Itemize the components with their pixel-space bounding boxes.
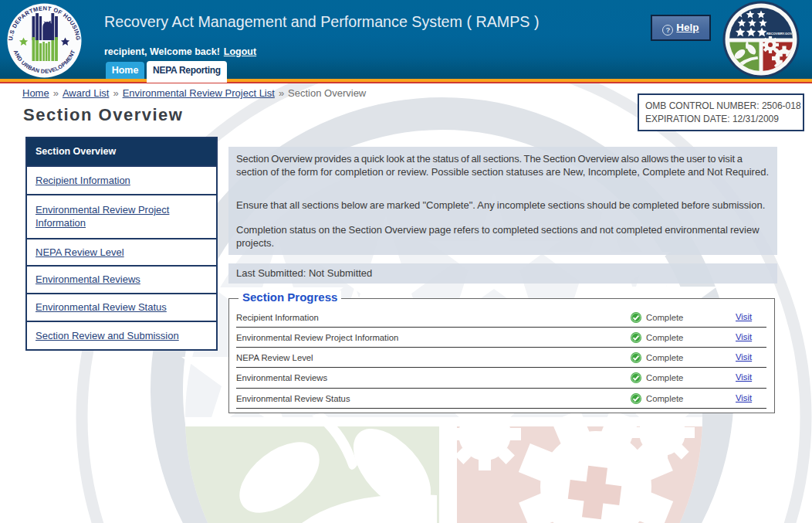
svg-text:RECOVERY.GOV: RECOVERY.GOV [766,32,793,36]
